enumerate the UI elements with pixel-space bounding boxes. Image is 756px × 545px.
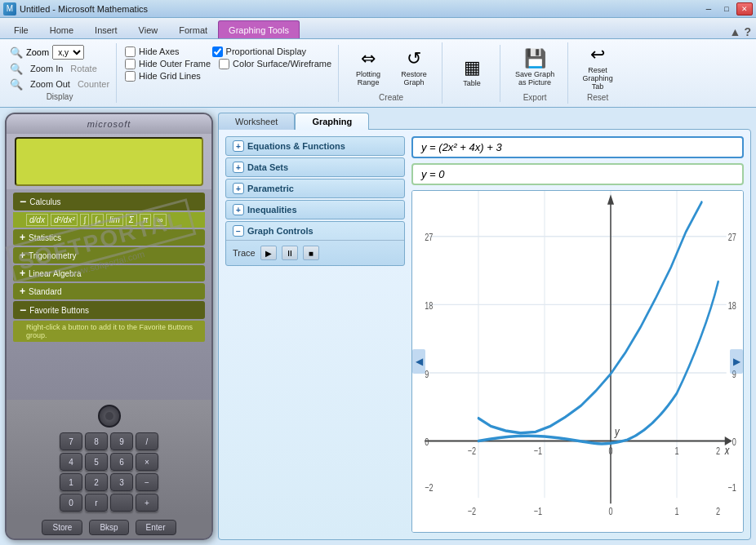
tab-file[interactable]: File	[3, 20, 39, 38]
calc-key-0[interactable]: 0	[60, 494, 82, 512]
hide-axes-input[interactable]	[125, 47, 136, 57]
backspace-button[interactable]: Bksp	[89, 520, 128, 535]
calculus-sub: d/dx d²/dx² ∫ ∫ₐ lim Σ π ∞	[13, 212, 205, 228]
zoom-in-row: 🔍 Zoom In Rotate	[10, 62, 97, 75]
table-content: ▦ Table	[451, 47, 493, 99]
accordion-datasets[interactable]: + Data Sets	[225, 157, 405, 177]
tab-format[interactable]: Format	[168, 20, 218, 38]
calc-def-int[interactable]: ∫ₐ	[91, 214, 104, 226]
calc-menu-linear-algebra[interactable]: + Linear Algebra	[13, 265, 205, 281]
plotting-range-icon: ⇔	[361, 48, 376, 69]
calc-key-8[interactable]: 8	[85, 432, 108, 450]
title-bar-left: M Untitled - Microsoft Mathematics	[3, 2, 148, 16]
calc-key-r[interactable]: r	[85, 494, 108, 512]
hide-grid-lines-check[interactable]: Hide Grid Lines	[125, 71, 201, 82]
store-button[interactable]: Store	[42, 520, 82, 535]
hide-grid-lines-input[interactable]	[125, 71, 136, 82]
calc-key-4[interactable]: 4	[60, 453, 82, 471]
calc-deriv2[interactable]: d²/dx²	[51, 214, 78, 226]
check-row-1: Hide Axes Proportional Display	[125, 47, 306, 57]
hide-outer-frame-check[interactable]: Hide Outer Frame	[125, 59, 211, 69]
graph-nav-right-button[interactable]: ▶	[730, 349, 743, 374]
calc-menu-statistics[interactable]: + Statistics	[13, 229, 205, 246]
calc-deriv1[interactable]: d/dx	[26, 214, 48, 226]
trace-play-button[interactable]: ▶	[260, 246, 277, 260]
calc-menu-favorite[interactable]: − Favorite Buttons	[13, 301, 205, 319]
zoom-icon: 🔍	[10, 47, 23, 59]
calc-key-5[interactable]: 5	[85, 453, 108, 471]
checkboxes-content: Hide Axes Proportional Display Hide Oute…	[125, 47, 331, 99]
main-content: SOFTPORTAL www.softportal.com microsoft …	[0, 108, 756, 545]
calc-key-3[interactable]: 3	[110, 473, 133, 491]
calc-menu-standard[interactable]: + Standard	[13, 283, 205, 299]
equation-box-2[interactable]: y = 0	[411, 163, 744, 185]
minimize-button[interactable]: ─	[700, 2, 717, 16]
calc-sigma[interactable]: Σ	[126, 214, 137, 226]
calc-key-9[interactable]: 9	[110, 432, 133, 450]
accordion-inequalities[interactable]: + Inequalities	[225, 200, 405, 219]
svg-text:0: 0	[608, 506, 612, 517]
hide-outer-frame-input[interactable]	[125, 59, 136, 69]
calc-key-sub[interactable]: −	[136, 473, 158, 491]
calc-joystick[interactable]	[98, 405, 121, 428]
calc-limit[interactable]: lim	[106, 214, 123, 226]
reset-graphing-tab-button[interactable]: ↩ ResetGraphing Tab	[576, 44, 619, 91]
accordion-inequalities-header: + Inequalities	[226, 201, 404, 219]
zoom-out-button[interactable]: Zoom Out	[26, 78, 74, 91]
calc-key-6[interactable]: 6	[110, 453, 133, 471]
ribbon-group-create: ⇔ PlottingRange ↺ Restore Graph Create	[340, 42, 442, 104]
save-graph-label: Save Graph as Picture	[511, 71, 558, 87]
trace-pause-button[interactable]: ⏸	[282, 246, 298, 260]
proportional-display-check[interactable]: Proportional Display	[212, 47, 306, 57]
restore-graph-button[interactable]: ↺ Restore Graph	[393, 44, 435, 91]
tab-insert[interactable]: Insert	[84, 20, 128, 38]
accordion-equations-label: Equations & Functions	[247, 141, 345, 151]
accordion-parametric-icon: +	[233, 183, 244, 194]
calc-menu-trigonometry[interactable]: + Trigonometry	[13, 247, 205, 264]
calc-inf[interactable]: ∞	[153, 214, 166, 226]
calc-key-mul[interactable]: ×	[136, 453, 158, 471]
window-title: Untitled - Microsoft Mathematics	[20, 4, 148, 14]
hide-axes-check[interactable]: Hide Axes	[125, 47, 180, 57]
tab-graphing-tools[interactable]: Graphing Tools	[218, 20, 300, 38]
calc-menu-calculus[interactable]: − Calculus	[13, 193, 205, 210]
calc-key-1[interactable]: 1	[60, 473, 82, 491]
proportional-display-input[interactable]	[212, 47, 223, 57]
accordion-equations-header: + Equations & Functions	[226, 137, 404, 155]
tab-graphing[interactable]: Graphing	[295, 113, 369, 130]
close-button[interactable]: ✕	[736, 2, 753, 16]
table-button[interactable]: ▦ Table	[451, 49, 493, 96]
maximize-button[interactable]: □	[718, 2, 735, 16]
color-surface-check[interactable]: Color Surface/Wireframe	[219, 59, 331, 69]
trace-stop-button[interactable]: ■	[303, 246, 319, 260]
restore-graph-label: Restore Graph	[395, 71, 433, 87]
reset-content: ↩ ResetGraphing Tab	[576, 44, 619, 91]
tab-view[interactable]: View	[128, 20, 169, 38]
accordion-parametric[interactable]: + Parametric	[225, 179, 405, 198]
svg-text:2: 2	[716, 445, 720, 457]
calc-key-2[interactable]: 2	[85, 473, 108, 491]
zoom-in-button[interactable]: Zoom In	[26, 62, 67, 75]
calc-key-add[interactable]: +	[136, 494, 158, 512]
calc-integral[interactable]: ∫	[80, 214, 89, 226]
check-row-2: Hide Outer Frame Color Surface/Wireframe	[125, 59, 331, 69]
equation-box-1[interactable]: y = (2x² + 4x) + 3	[411, 136, 744, 158]
calc-key-7[interactable]: 7	[60, 432, 82, 450]
svg-text:−2: −2	[425, 481, 433, 493]
color-surface-input[interactable]	[219, 59, 229, 69]
zoom-select[interactable]: x,y	[52, 45, 84, 60]
tab-home[interactable]: Home	[39, 20, 84, 38]
ribbon-collapse-icon[interactable]: ▲	[730, 25, 741, 38]
accordion-graph-controls[interactable]: − Graph Controls Trace ▶ ⏸ ■	[225, 221, 405, 266]
calc-key-div[interactable]: /	[136, 432, 158, 450]
calc-pi[interactable]: π	[140, 214, 152, 226]
tab-worksheet[interactable]: Worksheet	[218, 113, 295, 130]
enter-button[interactable]: Enter	[136, 520, 176, 535]
plotting-range-button[interactable]: ⇔ PlottingRange	[347, 44, 389, 91]
accordion-equations[interactable]: + Equations & Functions	[225, 136, 405, 156]
graph-nav-left-button[interactable]: ◀	[412, 349, 425, 374]
ribbon-group-display: 🔍 Zoom x,y 🔍 Zoom In Rotate 🔍 Zoom Out C…	[3, 43, 117, 103]
help-icon[interactable]: ?	[744, 25, 751, 38]
save-graph-button[interactable]: 💾 Save Graph as Picture	[509, 44, 561, 91]
calc-row-1: 7 8 9 /	[13, 432, 205, 450]
